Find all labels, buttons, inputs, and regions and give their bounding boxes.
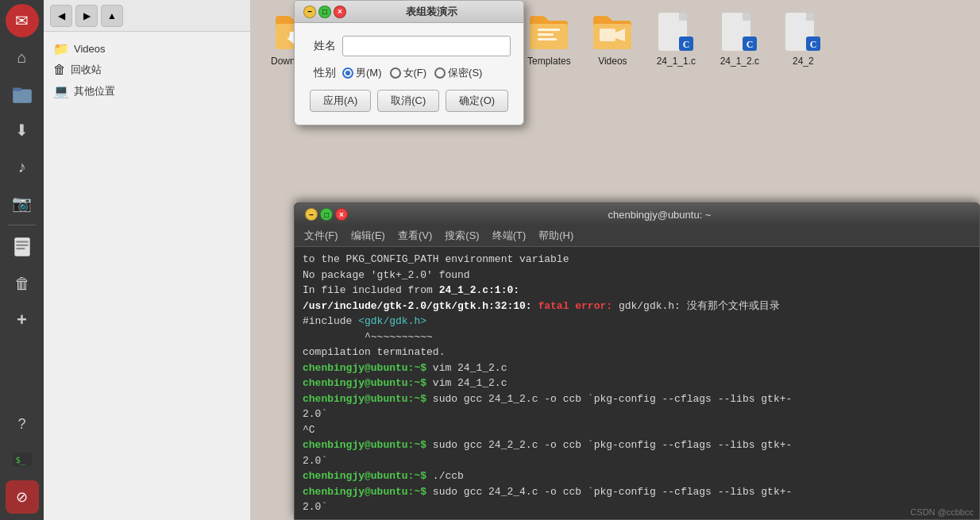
radio-male-dot xyxy=(342,67,353,79)
trash-icon[interactable]: 🗑 xyxy=(6,267,39,300)
add-icon[interactable]: + xyxy=(6,303,39,337)
photo-icon[interactable]: 📷 xyxy=(6,187,39,220)
trash-folder-icon: 🗑 xyxy=(53,63,66,77)
svg-rect-30 xyxy=(806,13,814,21)
fm-back-btn[interactable]: ◀ xyxy=(50,5,72,27)
gender-label: 性别 xyxy=(307,66,336,80)
svg-text:C: C xyxy=(810,39,817,50)
cancel-button[interactable]: 取消(C) xyxy=(377,90,439,112)
menu-view[interactable]: 查看(V) xyxy=(398,229,432,243)
folder-templates-label: Templates xyxy=(527,56,571,67)
terminal-close-btn[interactable]: × xyxy=(335,208,348,221)
email-icon[interactable]: ✉ xyxy=(6,4,39,37)
terminal-body[interactable]: to the PKG_CONFIG_PATH environment varia… xyxy=(295,247,979,519)
radio-male-label: 男(M) xyxy=(356,66,382,80)
files-icon[interactable] xyxy=(6,77,39,110)
term-line: #include <gdk/gdk.h> xyxy=(303,314,971,329)
sidebar-bottom: ? $_ ⊘ xyxy=(6,407,39,520)
svg-rect-18 xyxy=(538,38,557,40)
file-24-1-1[interactable]: C 24_1_1.c xyxy=(648,8,704,70)
terminal-maximize-btn[interactable]: □ xyxy=(320,208,333,221)
folder-icon: 📁 xyxy=(53,41,69,56)
file-24-1-2[interactable]: C 24_1_2.c xyxy=(712,8,767,70)
downloads-icon[interactable]: ⬇ xyxy=(6,114,39,147)
dialog-content: 姓名 性别 男(M) 女(F) xyxy=(295,23,523,125)
folder-templates[interactable]: Templates xyxy=(521,8,577,70)
terminal-titlebar[interactable]: – □ × chenbingjy@ubuntu: ~ xyxy=(295,203,979,225)
term-line: chenbingjy@ubuntu:~$ vim 24_1_2.c xyxy=(303,360,971,376)
fm-item-videos[interactable]: 📁 Videos xyxy=(44,38,250,60)
file-manager-panel: ◀ ▶ ▲ 📁 Videos 🗑 回收站 💻 其他位置 xyxy=(44,0,250,520)
menu-search[interactable]: 搜索(S) xyxy=(445,229,479,243)
folder-videos-label: Videos xyxy=(598,56,627,67)
svg-text:C: C xyxy=(747,39,754,50)
sidebar: ✉ ⌂ ⬇ ♪ 📷 🗑 + ? $_ ⊘ xyxy=(0,0,44,520)
fm-item-other[interactable]: 💻 其他位置 xyxy=(44,80,250,102)
file-24-1-1-label: 24_1_1.c xyxy=(657,56,696,67)
svg-rect-17 xyxy=(538,33,554,36)
fm-nav-bar: ◀ ▶ ▲ xyxy=(44,0,250,32)
term-line: 2.0` xyxy=(303,453,971,469)
name-input[interactable] xyxy=(342,36,511,56)
menu-file[interactable]: 文件(F) xyxy=(304,229,338,243)
svg-text:C: C xyxy=(683,39,690,50)
svg-rect-20 xyxy=(600,29,615,41)
terminal-minimize-btn[interactable]: – xyxy=(305,208,318,221)
fm-item-trash[interactable]: 🗑 回收站 xyxy=(44,60,250,80)
c-file-icon: C xyxy=(655,11,696,52)
fm-item-label: Videos xyxy=(74,43,106,55)
name-row: 姓名 xyxy=(307,36,511,56)
dialog-title: 表组装演示 xyxy=(346,5,517,19)
folder-templates-icon xyxy=(528,11,569,52)
term-line: 2.0` xyxy=(303,499,971,515)
divider xyxy=(8,225,36,225)
dialog-titlebar[interactable]: – □ × 表组装演示 xyxy=(295,1,523,23)
no-icon[interactable]: ⊘ xyxy=(6,480,39,514)
menu-edit[interactable]: 编辑(E) xyxy=(351,229,385,243)
term-line: chenbingjy@ubuntu:~$ vim 24_1_2.c xyxy=(303,376,971,391)
term-line: In file included from 24_1_2.c:1:0: xyxy=(303,283,971,299)
svg-rect-5 xyxy=(16,248,25,249)
term-line: compilation terminated. xyxy=(303,345,971,360)
ok-button[interactable]: 确定(O) xyxy=(446,90,508,112)
dialog-buttons: 应用(A) 取消(C) 确定(O) xyxy=(307,90,511,112)
svg-rect-3 xyxy=(16,241,28,242)
help-icon[interactable]: ? xyxy=(6,407,39,441)
radio-female-label: 女(F) xyxy=(403,66,427,80)
radio-female[interactable]: 女(F) xyxy=(390,66,427,80)
term-line: /usr/include/gtk-2.0/gtk/gtk.h:32:10: fa… xyxy=(303,299,971,314)
svg-rect-22 xyxy=(679,13,687,21)
folder-videos[interactable]: Videos xyxy=(585,8,640,70)
close-button[interactable]: × xyxy=(334,6,346,18)
term-line: ^~~~~~~~~~~ xyxy=(303,329,971,345)
maximize-button[interactable]: □ xyxy=(318,6,331,18)
terminal-title: chenbingjy@ubuntu: ~ xyxy=(348,209,971,221)
file-24-2[interactable]: C 24_2 xyxy=(775,8,831,70)
name-label: 姓名 xyxy=(307,39,336,53)
fm-forward-btn[interactable]: ▶ xyxy=(75,5,98,27)
c-file3-icon: C xyxy=(782,11,824,52)
dialog: – □ × 表组装演示 姓名 性别 男(M) xyxy=(294,0,524,125)
apply-button[interactable]: 应用(A) xyxy=(310,90,371,112)
radio-male[interactable]: 男(M) xyxy=(342,66,382,80)
fm-item-label: 回收站 xyxy=(71,63,102,77)
fm-item-label: 其他位置 xyxy=(74,84,115,98)
term-line: chenbingjy@ubuntu:~$ sudo gcc 24_1_2.c -… xyxy=(303,391,971,407)
menu-terminal[interactable]: 终端(T) xyxy=(492,229,527,243)
menu-help[interactable]: 帮助(H) xyxy=(538,229,573,243)
term-line: chenbingjy@ubuntu:~$ sudo gcc 24_2_2.c -… xyxy=(303,437,971,453)
file-24-1-2-label: 24_1_2.c xyxy=(720,56,759,67)
svg-rect-4 xyxy=(16,245,28,246)
svg-rect-1 xyxy=(13,87,21,91)
minimize-button[interactable]: – xyxy=(303,6,316,18)
term-line: chenbingjy@ubuntu:~$ sudo gcc 24_2_4.c -… xyxy=(303,484,971,500)
fm-up-btn[interactable]: ▲ xyxy=(101,5,123,27)
term-line: No package 'gtk+_2.0' found xyxy=(303,268,971,283)
term-line: ^C xyxy=(303,422,971,438)
terminal2-icon[interactable]: $_ xyxy=(6,444,39,477)
terminal-menu: 文件(F) 编辑(E) 查看(V) 搜索(S) 终端(T) 帮助(H) xyxy=(295,225,979,247)
radio-secret[interactable]: 保密(S) xyxy=(434,66,482,80)
music-icon[interactable]: ♪ xyxy=(6,150,39,183)
home-icon[interactable]: ⌂ xyxy=(6,40,39,74)
document-icon[interactable] xyxy=(6,230,39,264)
